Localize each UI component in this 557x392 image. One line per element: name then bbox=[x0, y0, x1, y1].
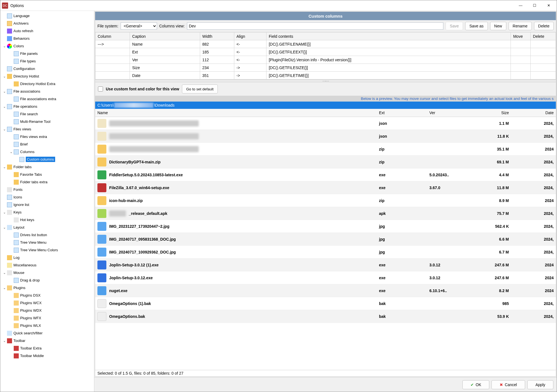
columnsview-input[interactable] bbox=[187, 22, 443, 30]
file-row[interactable]: IMG_20231227_173920447~2.jpgjpg562.4 K20… bbox=[95, 220, 556, 233]
tree-item[interactable]: ⌄File associations bbox=[2, 88, 93, 95]
expander-icon[interactable]: ⌄ bbox=[3, 127, 7, 131]
tree-item[interactable]: Multi-Rename Tool bbox=[2, 118, 93, 125]
coldef-cell[interactable]: -> bbox=[234, 72, 266, 79]
tree-item[interactable]: ⌄Plugins bbox=[2, 284, 93, 292]
expander-icon[interactable]: ⌄ bbox=[3, 226, 7, 229]
tree-item[interactable]: Plugins WCX bbox=[2, 299, 93, 307]
expander-icon[interactable]: ⌄ bbox=[3, 105, 7, 109]
file-col-name[interactable]: Name bbox=[95, 109, 377, 117]
coldef-cell[interactable]: 234 bbox=[200, 64, 234, 72]
coldef-header[interactable]: Delete bbox=[531, 32, 556, 40]
file-row[interactable]: Joplin-Setup-3.0.12 (1).exeexe3.0.12247.… bbox=[95, 259, 556, 271]
tree-item[interactable]: ⌄Directory Hotlist bbox=[2, 72, 93, 80]
expander-icon[interactable]: ⌄ bbox=[3, 286, 7, 290]
coldef-cell[interactable] bbox=[511, 56, 531, 64]
saveas-button[interactable]: Save as bbox=[465, 22, 488, 30]
file-row[interactable]: IMG_20240717_095831368_DOC.jpgjpg6.6 M20… bbox=[95, 233, 556, 246]
expander-icon[interactable]: ⌄ bbox=[10, 150, 14, 154]
tree-item[interactable]: Directory Hotlist Extra bbox=[2, 80, 93, 88]
delete-button[interactable]: Delete bbox=[534, 22, 554, 30]
file-row[interactable]: FileZilla_3.67.0_win64-setup.exeexe3.67.… bbox=[95, 181, 556, 194]
tree-item[interactable]: ⌄Toolbar bbox=[2, 337, 93, 344]
tree-item[interactable]: Configuration bbox=[2, 65, 93, 72]
coldef-cell[interactable]: 112 bbox=[200, 56, 234, 64]
tree-item[interactable]: Favorite Tabs bbox=[2, 171, 93, 178]
file-col-ext[interactable]: Ext bbox=[377, 109, 427, 117]
file-col-date[interactable]: Date bbox=[511, 109, 556, 117]
tree-item[interactable]: Plugins WLX bbox=[2, 322, 93, 329]
tree-item[interactable]: Quick search/filter bbox=[2, 329, 93, 337]
tree-item[interactable]: ⌄Folder tabs bbox=[2, 163, 93, 171]
tree-item[interactable]: Toolbar Middle bbox=[2, 352, 93, 360]
file-row[interactable]: icon-hub-main.zipzip8.9 M2024 bbox=[95, 194, 556, 207]
tree-item[interactable]: File types bbox=[2, 57, 93, 65]
coldef-header[interactable]: Align bbox=[234, 32, 266, 40]
coldef-header[interactable]: Move bbox=[511, 32, 531, 40]
coldef-cell[interactable] bbox=[95, 56, 130, 64]
new-button[interactable]: New bbox=[490, 22, 506, 30]
options-tree[interactable]: LanguageArchiversAuto refreshBehaviors⌄C… bbox=[0, 11, 94, 392]
tree-item[interactable]: ⌄Layout bbox=[2, 224, 93, 231]
file-col-size[interactable]: Size bbox=[469, 109, 511, 117]
filesystem-select[interactable]: <General> bbox=[121, 22, 157, 30]
expander-icon[interactable]: ⌄ bbox=[3, 44, 7, 48]
coldef-cell[interactable] bbox=[511, 40, 531, 48]
file-row[interactable]: OmegaOptions (1).bakbak9852024, bbox=[95, 297, 556, 310]
tree-item[interactable]: File panels bbox=[2, 50, 93, 57]
coldef-header[interactable]: Width bbox=[200, 32, 234, 40]
tree-item[interactable]: Fonts bbox=[2, 186, 93, 193]
coldef-cell[interactable] bbox=[95, 64, 130, 72]
coldef-cell[interactable]: 185 bbox=[200, 48, 234, 56]
tree-item[interactable]: Tree View Menu bbox=[2, 239, 93, 246]
tree-item[interactable]: Icons bbox=[2, 193, 93, 201]
expander-icon[interactable]: ⌄ bbox=[3, 74, 7, 78]
coldef-cell[interactable]: Ver bbox=[130, 56, 200, 64]
expander-icon[interactable]: ⌄ bbox=[3, 165, 7, 169]
coldef-header[interactable]: Caption bbox=[130, 32, 200, 40]
tree-item[interactable]: Toolbar Extra bbox=[2, 344, 93, 352]
tree-item[interactable]: ⌄File operations bbox=[2, 103, 93, 110]
file-row[interactable]: zip35.1 M2024 bbox=[95, 143, 556, 156]
coldef-header[interactable]: Column bbox=[95, 32, 130, 40]
expander-icon[interactable]: ⌄ bbox=[3, 339, 7, 343]
minimize-button[interactable]: — bbox=[518, 3, 524, 9]
tree-item[interactable]: Brief bbox=[2, 140, 93, 148]
file-row[interactable]: OmegaOptions.bakbak53.9 K2024, bbox=[95, 310, 556, 323]
tree-item[interactable]: ⌄Files views bbox=[2, 125, 93, 133]
coldef-cell[interactable] bbox=[531, 56, 556, 64]
coldef-cell[interactable]: [DC().GETFILENAME{}] bbox=[266, 40, 511, 48]
maximize-button[interactable]: ☐ bbox=[532, 3, 538, 9]
tree-item[interactable]: Language bbox=[2, 12, 93, 20]
coldef-cell[interactable]: [DC().GETFILETIME{}] bbox=[266, 72, 511, 79]
file-preview-table[interactable]: Name Ext Ver Size Date json1.1 M2024,jso… bbox=[95, 109, 556, 323]
tree-item[interactable]: Drag & drop bbox=[2, 276, 93, 284]
tree-item[interactable]: Plugins WDX bbox=[2, 307, 93, 314]
coldef-cell[interactable] bbox=[511, 72, 531, 79]
coldef-cell[interactable]: 882 bbox=[200, 40, 234, 48]
close-button[interactable]: ✕ bbox=[546, 3, 552, 9]
file-row[interactable]: DictionaryByGPT4-main.zipzip69.1 M2024, bbox=[95, 156, 556, 168]
expander-icon[interactable]: ⌄ bbox=[3, 90, 7, 93]
cancel-button[interactable]: ✖Cancel bbox=[492, 380, 525, 389]
coldef-cell[interactable] bbox=[531, 40, 556, 48]
tree-item[interactable]: Auto refresh bbox=[2, 27, 93, 35]
save-button[interactable]: Save bbox=[446, 22, 463, 30]
coldef-cell[interactable]: [Plugin(FileDiz).Version info - Product … bbox=[266, 56, 511, 64]
tree-item[interactable]: Plugins WFX bbox=[2, 314, 93, 322]
coldef-cell[interactable] bbox=[531, 48, 556, 56]
path-bar[interactable]: C:\Users\ \Downloads bbox=[95, 102, 556, 109]
coldef-cell[interactable]: <- bbox=[234, 40, 266, 48]
coldef-header[interactable]: Field contents bbox=[266, 32, 511, 40]
file-row[interactable]: FiddlerSetup.5.0.20243.10853-latest.exee… bbox=[95, 168, 556, 181]
coldef-cell[interactable] bbox=[511, 64, 531, 72]
coldef-cell[interactable]: Ext bbox=[130, 48, 200, 56]
tree-item[interactable]: Ignore list bbox=[2, 201, 93, 208]
coldef-cell[interactable] bbox=[95, 48, 130, 56]
tree-item[interactable]: ⌄Keys bbox=[2, 208, 93, 216]
apply-button[interactable]: Apply bbox=[527, 380, 553, 389]
go-default-button[interactable]: Go to set default bbox=[182, 84, 218, 93]
tree-item[interactable]: Miscellaneous bbox=[2, 261, 93, 269]
tree-item[interactable]: ⌄Colors bbox=[2, 42, 93, 50]
file-row[interactable]: _release_default.apkapk75.7 M2024, bbox=[95, 207, 556, 220]
